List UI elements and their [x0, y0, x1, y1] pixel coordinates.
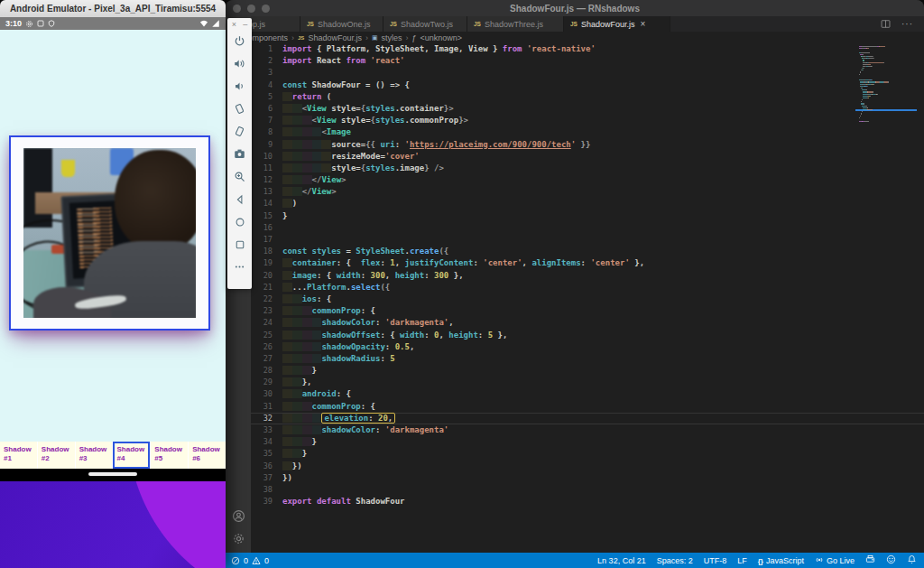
more-actions-icon[interactable]: ··· — [901, 19, 913, 29]
status-item-spaces-2[interactable]: Spaces: 2 — [657, 556, 693, 565]
code-line-7[interactable]: 7 <View style={styles.commonProp}> — [251, 115, 924, 126]
line-number: 12 — [251, 174, 273, 186]
line-number: 23 — [251, 305, 273, 317]
editor-tab-ShadowFour.js[interactable]: JSShadowFour.js× — [564, 16, 670, 32]
broadcast-icon — [815, 555, 824, 566]
code-line-26[interactable]: 26 shadowOpacity: 0.5, — [251, 341, 924, 353]
more-options-button[interactable] — [230, 256, 249, 278]
code-line-28[interactable]: 28 } — [251, 365, 924, 377]
shadow-tab-6[interactable]: Shadow#6 — [189, 442, 226, 469]
code-line-20[interactable]: 20 image: { width: 300, height: 300 }, — [251, 270, 924, 282]
code-line-33[interactable]: 33 shadowColor: 'darkmagenta' — [251, 424, 924, 436]
volume-down-button[interactable] — [230, 75, 249, 98]
code-line-32[interactable]: 32 elevation: 20, — [251, 413, 924, 424]
status-item-label: Spaces: 2 — [657, 556, 693, 565]
code-line-31[interactable]: 31 commonProp: { — [251, 401, 924, 413]
window-title: ShadowFour.js — RNshadows — [510, 4, 640, 14]
zoom-button[interactable] — [230, 165, 249, 188]
bell-icon[interactable] — [907, 554, 917, 566]
status-item-javascript[interactable]: {}JavaScript — [758, 556, 804, 565]
close-tab-icon[interactable]: × — [641, 19, 646, 29]
line-number: 32 — [251, 413, 273, 424]
volume-up-button[interactable] — [230, 52, 249, 75]
editor-tab-ShadowThree.js[interactable]: JSShadowThree.js — [467, 16, 564, 32]
code-line-25[interactable]: 25 shadowOffset: { width: 0, height: 5 }… — [251, 330, 924, 341]
emulator-toolbar: × – — [227, 18, 252, 289]
code-line-8[interactable]: 8 <Image — [251, 126, 924, 138]
settings-gear-icon[interactable] — [232, 532, 245, 549]
code-line-18[interactable]: 18const styles = StyleSheet.create({ — [251, 246, 924, 257]
code-line-22[interactable]: 22 ios: { — [251, 293, 924, 305]
code-line-6[interactable]: 6 <View style={styles.container}> — [251, 103, 924, 115]
app-screen — [0, 30, 226, 442]
status-item-utf-8[interactable]: UTF-8 — [704, 556, 727, 565]
code-line-5[interactable]: 5 return ( — [251, 91, 924, 103]
shadow-tab-2[interactable]: Shadow#2 — [38, 442, 75, 469]
line-number: 5 — [251, 91, 273, 103]
code-line-21[interactable]: 21 ...Platform.select({ — [251, 282, 924, 293]
code-line-34[interactable]: 34 } — [251, 436, 924, 448]
rotate-left-button[interactable] — [230, 98, 249, 120]
status-item-go-live[interactable]: Go Live — [815, 555, 855, 566]
code-line-12[interactable]: 12 </View> — [251, 174, 924, 186]
code-line-16[interactable]: 16 — [251, 222, 924, 234]
code-line-9[interactable]: 9 source={{ uri: 'https://placeimg.com/9… — [251, 139, 924, 151]
shadow-tab-4[interactable]: Shadow#4 — [113, 442, 150, 469]
rotate-right-button[interactable] — [230, 120, 249, 143]
breadcrumb-item-file[interactable]: ShadowFour.js — [308, 33, 362, 42]
code-line-27[interactable]: 27 shadowRadius: 5 — [251, 353, 924, 365]
code-line-23[interactable]: 23 commonProp: { — [251, 305, 924, 317]
shadow-tab-3[interactable]: Shadow#3 — [76, 442, 113, 469]
back-button[interactable] — [230, 188, 249, 210]
code-line-29[interactable]: 29 }, — [251, 377, 924, 388]
minimize-window-button[interactable] — [247, 5, 255, 13]
code-line-17[interactable]: 17 — [251, 234, 924, 246]
feedback-icon[interactable] — [886, 554, 896, 566]
power-button[interactable] — [230, 30, 249, 52]
overview-button[interactable] — [230, 233, 249, 256]
code-line-38[interactable]: 38 — [251, 484, 924, 496]
code-line-19[interactable]: 19 container: { flex: 1, justifyContent:… — [251, 257, 924, 269]
editor[interactable]: 1import { Platform, StyleSheet, Image, V… — [251, 43, 924, 553]
split-editor-icon[interactable] — [881, 16, 891, 33]
status-bar: 0 0 Ln 32, Col 21Spaces: 2UTF-8LF{}JavaS… — [226, 553, 924, 568]
code-line-36[interactable]: 36 }) — [251, 461, 924, 472]
code-line-14[interactable]: 14 ) — [251, 198, 924, 210]
status-item-ln-32-col-21[interactable]: Ln 32, Col 21 — [597, 556, 646, 565]
code-line-39[interactable]: 39export default ShadowFour — [251, 496, 924, 507]
editor-tab-ShadowOne.js[interactable]: JSShadowOne.js — [300, 16, 383, 32]
code-line-24[interactable]: 24 shadowColor: 'darkmagenta', — [251, 317, 924, 329]
code-line-15[interactable]: 15} — [251, 210, 924, 222]
account-icon[interactable] — [232, 509, 245, 526]
problems-indicator[interactable]: 0 0 — [231, 556, 269, 565]
code-line-1[interactable]: 1import { Platform, StyleSheet, Image, V… — [251, 43, 924, 55]
maximize-window-button[interactable] — [262, 5, 270, 13]
wallpaper — [0, 481, 226, 568]
status-item-lf[interactable]: LF — [737, 556, 747, 565]
code-line-2[interactable]: 2import React from 'react' — [251, 55, 924, 67]
line-number: 20 — [251, 270, 273, 282]
chevron-right-icon: › — [406, 33, 409, 42]
close-window-button[interactable] — [233, 5, 241, 13]
code-line-10[interactable]: 10 resizeMode='cover' — [251, 151, 924, 163]
code-line-13[interactable]: 13 </View> — [251, 186, 924, 198]
output-icon[interactable] — [865, 554, 875, 566]
home-button[interactable] — [230, 210, 249, 233]
screenshot-camera-button[interactable] — [230, 143, 249, 165]
breadcrumb-item-unknown[interactable]: <unknown> — [420, 33, 463, 42]
shadow-tab-1[interactable]: Shadow#1 — [0, 442, 37, 469]
tab-label-top: Shadow — [4, 445, 37, 454]
code-line-30[interactable]: 30 android: { — [251, 388, 924, 400]
code-line-11[interactable]: 11 style={styles.image} /> — [251, 163, 924, 174]
gesture-handle[interactable] — [88, 472, 137, 476]
minimap[interactable] — [859, 46, 913, 123]
shadow-tab-5[interactable]: Shadow#5 — [151, 442, 188, 469]
toolbar-close-icon[interactable]: × — [232, 20, 236, 30]
code-line-4[interactable]: 4const ShadowFour = () => { — [251, 79, 924, 91]
toolbar-minimize-icon[interactable]: – — [243, 20, 247, 30]
code-line-35[interactable]: 35 } — [251, 448, 924, 460]
breadcrumb-item-styles[interactable]: styles — [382, 33, 402, 42]
code-line-3[interactable]: 3 — [251, 67, 924, 79]
editor-tab-ShadowTwo.js[interactable]: JSShadowTwo.js — [383, 16, 467, 32]
code-line-37[interactable]: 37}) — [251, 472, 924, 484]
